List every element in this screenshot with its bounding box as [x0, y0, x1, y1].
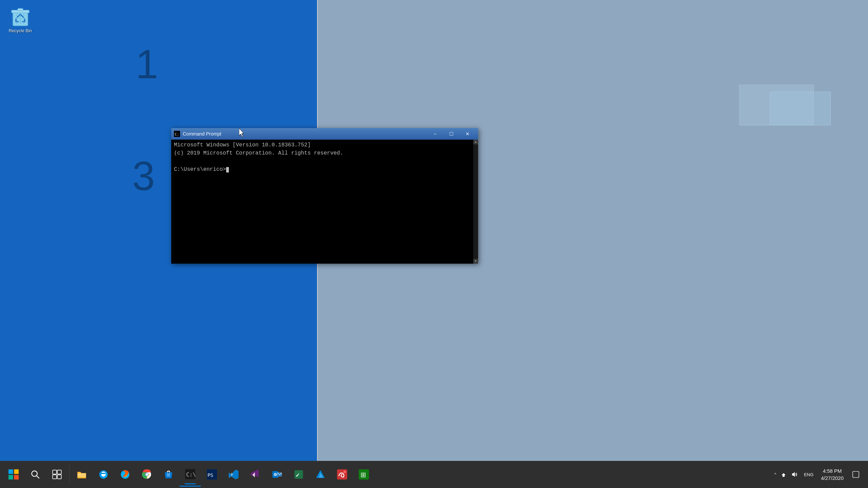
gamebar-icon: ⊞ [358, 468, 370, 481]
visualstudio-icon [249, 468, 261, 481]
system-tray: ^ [773, 468, 800, 481]
tasks-button[interactable]: ✓ [288, 462, 310, 487]
visualstudio-button[interactable] [244, 462, 266, 487]
scroll-up-button[interactable]: ▲ [473, 140, 478, 144]
svg-point-12 [32, 471, 37, 476]
firefox-icon [119, 468, 131, 481]
svg-rect-17 [57, 475, 61, 479]
svg-point-37 [343, 471, 346, 473]
file-explorer-button[interactable] [71, 462, 93, 487]
svg-text:C:\: C:\ [186, 471, 195, 478]
paint3d-icon [336, 468, 348, 481]
powershell-button[interactable]: PS [201, 462, 223, 487]
paint3d-button[interactable] [331, 462, 353, 487]
svg-rect-15 [57, 470, 61, 474]
windows-icon [7, 468, 20, 481]
powershell-icon: PS [206, 468, 218, 481]
cmd-body[interactable]: Microsoft Windows [Version 10.0.18363.75… [171, 140, 478, 264]
outlook-button[interactable] [266, 462, 288, 487]
outlook-icon [271, 468, 283, 481]
azure-icon [314, 468, 327, 481]
taskview-icon [51, 468, 63, 481]
svg-line-13 [37, 476, 39, 479]
monitor-left: Recycle Bin 1 3 C: Command Prompt − ☐ ✕ [0, 0, 317, 461]
notification-center-button[interactable] [849, 462, 863, 487]
cmd-line3 [174, 157, 475, 165]
svg-rect-18 [78, 473, 86, 477]
cmd-cursor [226, 167, 229, 172]
cmd-window-icon: C: [174, 131, 180, 137]
svg-rect-23 [167, 473, 170, 476]
taskbar-divider [69, 464, 70, 485]
language-indicator[interactable]: ENG [802, 468, 815, 481]
start-button[interactable] [3, 462, 24, 487]
svg-rect-16 [53, 475, 57, 479]
cmd-window-controls: − ☐ ✕ [427, 128, 475, 139]
cmd-minimize-button[interactable]: − [427, 128, 443, 139]
gamebar-button[interactable]: ⊞ [353, 462, 375, 487]
edge-icon [97, 468, 110, 481]
store-icon [162, 468, 175, 481]
edge-button[interactable] [93, 462, 114, 487]
taskview-button[interactable] [46, 462, 68, 487]
svg-text:⊞: ⊞ [360, 471, 366, 479]
cmd-close-button[interactable]: ✕ [460, 128, 475, 139]
svg-text:C:: C: [175, 132, 179, 137]
azure-button[interactable] [310, 462, 331, 487]
file-explorer-icon [76, 468, 88, 481]
cmd-line2: (c) 2019 Microsoft Corporation. All righ… [174, 149, 475, 157]
cmd-taskbar-icon: C:\ [184, 468, 196, 480]
svg-rect-40 [853, 471, 859, 477]
store-button[interactable] [158, 462, 179, 487]
svg-text:PS: PS [208, 472, 213, 478]
svg-rect-2 [18, 8, 23, 11]
recycle-bin-icon[interactable]: Recycle Bin [5, 3, 36, 35]
svg-rect-10 [8, 475, 13, 480]
cmd-maximize-button[interactable]: ☐ [443, 128, 459, 139]
cmd-line1: Microsoft Windows [Version 10.0.18363.75… [174, 141, 475, 149]
recycle-bin-label: Recycle Bin [9, 28, 32, 33]
cmd-window: C: Command Prompt − ☐ ✕ Microsoft Window… [171, 128, 478, 264]
svg-rect-14 [53, 470, 57, 474]
cmd-titlebar[interactable]: C: Command Prompt − ☐ ✕ [171, 128, 478, 140]
cmd-taskbar-button[interactable]: C:\ [179, 462, 201, 487]
cmd-prompt: C:\Users\enrico> [174, 165, 475, 174]
scroll-down-button[interactable]: ▼ [473, 259, 478, 264]
ghost-window-2 [770, 92, 831, 125]
taskbar: C:\ PS [0, 461, 868, 488]
date-display: 4/27/2020 [821, 474, 844, 482]
chrome-icon [141, 468, 153, 481]
firefox-button[interactable] [114, 462, 136, 487]
volume-tray-icon[interactable] [790, 468, 799, 481]
vscode-icon [228, 468, 240, 481]
chrome-button[interactable] [136, 462, 158, 487]
taskbar-right: ^ ENG 4:58 PM 4/27/2020 [773, 462, 865, 487]
svg-point-30 [274, 473, 276, 475]
svg-rect-11 [14, 475, 19, 480]
time-display: 4:58 PM [821, 467, 844, 474]
svg-text:✓: ✓ [295, 472, 300, 478]
search-button[interactable] [24, 462, 46, 487]
vscode-button[interactable] [223, 462, 244, 487]
cmd-window-title: Command Prompt [183, 131, 427, 137]
svg-rect-8 [8, 469, 13, 474]
clock[interactable]: 4:58 PM 4/27/2020 [818, 467, 846, 482]
network-tray-icon[interactable] [779, 468, 788, 481]
svg-point-22 [145, 473, 148, 476]
monitor-number-3: 3 [132, 152, 155, 199]
tray-expand-button[interactable]: ^ [773, 471, 778, 478]
tasks-icon: ✓ [293, 468, 305, 481]
monitor-number-1: 1 [136, 41, 158, 87]
cmd-scrollbar[interactable]: ▲ ▼ [473, 140, 478, 264]
search-icon [29, 468, 41, 481]
svg-rect-9 [14, 469, 19, 474]
